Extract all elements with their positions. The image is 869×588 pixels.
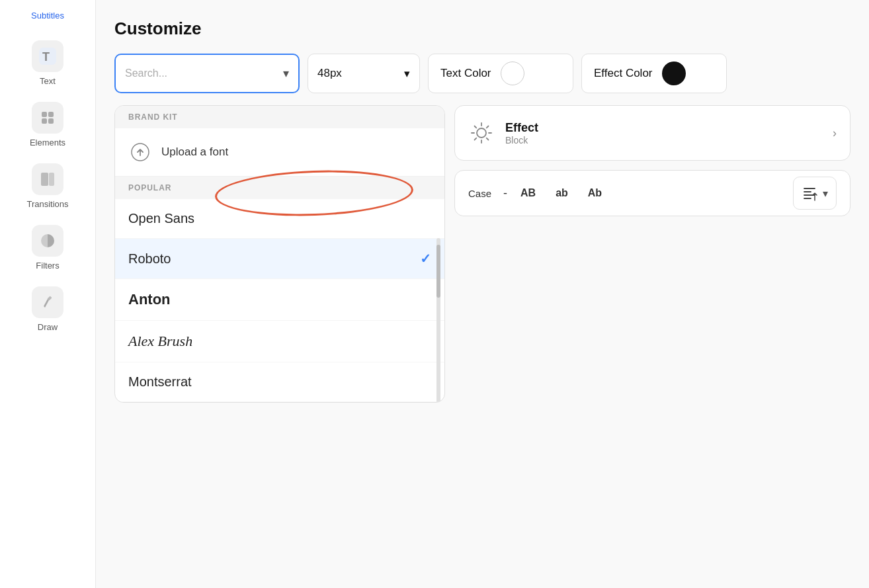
page-title: Customize (114, 19, 850, 39)
font-size-dropdown[interactable]: 48px ▾ (308, 54, 420, 93)
svg-rect-3 (42, 112, 47, 117)
effect-color-label: Effect Color (594, 67, 653, 80)
effect-color-control[interactable]: Effect Color (581, 54, 727, 93)
upload-font-label: Upload a font (161, 146, 228, 159)
scroll-indicator (436, 238, 440, 403)
font-item-roboto[interactable]: Roboto ✓ (115, 239, 444, 279)
font-name-montserrat: Montserrat (128, 374, 192, 390)
sidebar-item-filters[interactable]: Filters (0, 216, 95, 277)
case-title-button[interactable]: Ab (584, 185, 606, 202)
effect-title: Effect (505, 121, 538, 135)
svg-rect-5 (42, 118, 47, 124)
svg-text:T: T (42, 50, 50, 63)
upload-icon (128, 140, 152, 164)
line-height-chevron-icon: ▾ (823, 187, 828, 200)
controls-bar: Search... ▾ 48px ▾ Text Color Effect Col… (114, 54, 850, 93)
svg-line-19 (475, 126, 477, 128)
search-placeholder: Search... (125, 67, 167, 79)
filters-icon (32, 225, 63, 257)
case-dash: - (503, 187, 507, 200)
text-icon: T (32, 40, 63, 72)
font-item-montserrat[interactable]: Montserrat (115, 362, 444, 402)
font-name-anton: Anton (128, 291, 171, 308)
draw-icon (32, 286, 63, 318)
text-color-label: Text Color (440, 67, 491, 80)
text-color-control[interactable]: Text Color (428, 54, 573, 93)
font-item-open-sans[interactable]: Open Sans (115, 199, 444, 239)
svg-rect-6 (48, 118, 54, 124)
font-name-roboto: Roboto (128, 251, 171, 267)
svg-line-21 (475, 138, 477, 140)
sidebar-item-filters-label: Filters (36, 261, 59, 271)
svg-line-22 (487, 126, 489, 128)
sidebar-item-draw[interactable]: Draw (0, 277, 95, 339)
font-search-dropdown[interactable]: Search... ▾ (114, 54, 300, 93)
line-height-control[interactable]: ▾ (793, 177, 837, 210)
font-dropdown-panel: BRAND KIT Upload a font POPULAR Open San… (114, 105, 445, 403)
sidebar-item-transitions[interactable]: Transitions (0, 154, 95, 216)
popular-header: POPULAR (115, 177, 444, 199)
font-name-alex-brush: Alex Brush (128, 333, 192, 350)
sidebar-item-text-label: Text (40, 76, 56, 86)
size-chevron-icon: ▾ (404, 67, 410, 81)
sun-icon (468, 120, 495, 146)
sidebar-item-subtitles[interactable]: Subtitles (0, 0, 95, 31)
transitions-icon (32, 163, 63, 195)
font-item-alex-brush[interactable]: Alex Brush (115, 321, 444, 362)
effect-text: Effect Block (505, 121, 538, 146)
effect-subtitle: Block (505, 135, 538, 146)
svg-line-20 (487, 138, 489, 140)
sidebar-item-elements-label: Elements (30, 138, 65, 147)
effect-chevron-icon: › (833, 126, 837, 140)
svg-point-14 (477, 128, 486, 138)
line-height-icon (802, 185, 817, 201)
sidebar: Subtitles T Text Elements Transitions Fi… (0, 0, 96, 588)
sidebar-item-draw-label: Draw (38, 322, 58, 332)
svg-rect-9 (49, 173, 54, 186)
svg-rect-8 (41, 173, 48, 186)
font-item-anton[interactable]: Anton (115, 279, 444, 321)
main-content: Customize Search... ▾ 48px ▾ Text Color … (96, 0, 869, 588)
right-panel: Effect Block › Case - AB ab Ab (454, 105, 850, 588)
brand-kit-header: BRAND KIT (115, 106, 444, 128)
font-size-value: 48px (317, 67, 342, 80)
upload-font-row[interactable]: Upload a font (115, 128, 444, 177)
content-area: BRAND KIT Upload a font POPULAR Open San… (114, 105, 850, 588)
format-row: Case - AB ab Ab (454, 170, 850, 216)
effect-color-swatch[interactable] (662, 62, 686, 85)
search-chevron-icon: ▾ (283, 66, 289, 81)
svg-rect-2 (39, 109, 56, 126)
elements-icon (32, 102, 63, 134)
effect-row[interactable]: Effect Block › (454, 105, 850, 161)
scroll-thumb (436, 245, 440, 298)
case-label: Case (468, 188, 491, 199)
sidebar-item-transitions-label: Transitions (26, 199, 68, 209)
roboto-check-icon: ✓ (420, 251, 431, 267)
font-name-open-sans: Open Sans (128, 211, 194, 226)
case-upper-button[interactable]: AB (517, 185, 540, 202)
case-lower-button[interactable]: ab (552, 185, 572, 202)
text-color-swatch[interactable] (501, 62, 524, 85)
sidebar-item-elements[interactable]: Elements (0, 93, 95, 154)
svg-rect-4 (48, 112, 54, 117)
effect-left: Effect Block (468, 120, 538, 146)
sidebar-item-text[interactable]: T Text (0, 31, 95, 93)
